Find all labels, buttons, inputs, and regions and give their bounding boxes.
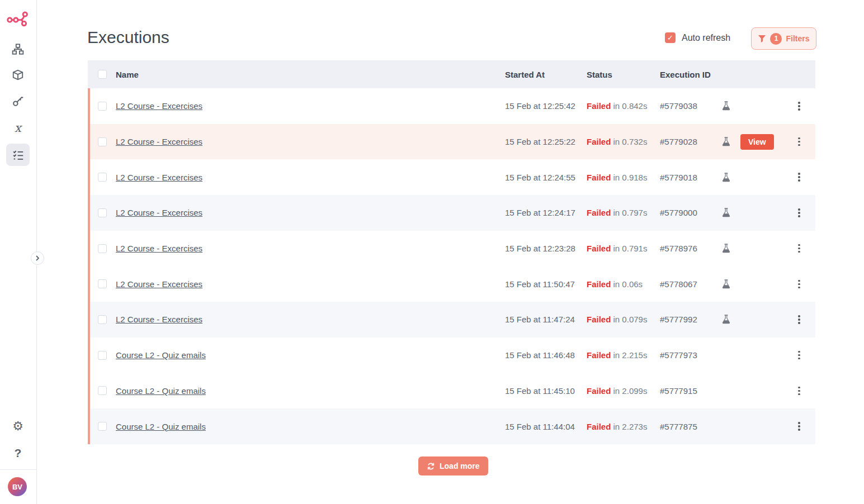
status-text: Failed bbox=[587, 137, 611, 146]
sidebar-item-templates[interactable] bbox=[6, 64, 30, 86]
kebab-menu[interactable] bbox=[792, 205, 806, 221]
table-row[interactable]: Course L2 - Quiz emails 15 Feb at 11:44:… bbox=[88, 408, 815, 444]
table-row[interactable]: Course L2 - Quiz emails 15 Feb at 11:46:… bbox=[88, 337, 815, 373]
sidebar-divider bbox=[0, 469, 37, 470]
table-row[interactable]: L2 Course - Excercises 15 Feb at 12:23:2… bbox=[88, 231, 815, 267]
kebab-menu[interactable] bbox=[792, 311, 806, 328]
table-header-row: Name Started At Status Execution ID bbox=[88, 60, 815, 88]
status-text: Failed bbox=[587, 208, 611, 217]
executions-table: Name Started At Status Execution ID L2 C… bbox=[88, 60, 815, 444]
kebab-menu[interactable] bbox=[792, 134, 806, 150]
row-checkbox[interactable] bbox=[98, 137, 107, 146]
started-at: 15 Feb at 12:25:22 bbox=[505, 137, 575, 146]
row-checkbox[interactable] bbox=[98, 422, 107, 431]
load-more-label: Load more bbox=[440, 462, 480, 470]
execution-name-link[interactable]: L2 Course - Excercises bbox=[116, 208, 202, 217]
status-text: Failed bbox=[587, 315, 611, 324]
started-at: 15 Feb at 12:25:42 bbox=[505, 101, 575, 111]
column-header-execution-id: Execution ID bbox=[654, 70, 717, 79]
n8n-logo bbox=[6, 8, 30, 27]
table-row[interactable]: L2 Course - Excercises 15 Feb at 11:47:2… bbox=[88, 302, 815, 337]
kebab-menu[interactable] bbox=[792, 347, 806, 364]
flask-icon bbox=[722, 101, 730, 111]
execution-id: #5777973 bbox=[660, 350, 697, 360]
flask-icon bbox=[722, 279, 730, 289]
table-row[interactable]: L2 Course - Excercises 15 Feb at 12:24:1… bbox=[88, 195, 815, 231]
table-row[interactable]: L2 Course - Excercises 15 Feb at 11:50:4… bbox=[88, 266, 815, 302]
status-text: Failed bbox=[587, 386, 611, 396]
flask-icon bbox=[722, 315, 730, 324]
sidebar-expand-button[interactable] bbox=[31, 251, 44, 265]
row-checkbox[interactable] bbox=[98, 315, 107, 324]
funnel-icon bbox=[758, 35, 766, 43]
select-all-checkbox[interactable] bbox=[98, 70, 107, 79]
flask-icon bbox=[722, 137, 730, 146]
execution-name-link[interactable]: Course L2 - Quiz emails bbox=[116, 422, 206, 431]
status-text: Failed bbox=[587, 279, 611, 289]
kebab-menu[interactable] bbox=[792, 276, 806, 293]
row-checkbox[interactable] bbox=[98, 351, 107, 360]
execution-name-link[interactable]: L2 Course - Excercises bbox=[116, 279, 202, 289]
execution-id: #5778976 bbox=[660, 244, 697, 253]
table-row[interactable]: L2 Course - Excercises 15 Feb at 12:25:2… bbox=[88, 124, 815, 160]
view-button[interactable]: View bbox=[740, 134, 774, 150]
key-icon bbox=[12, 95, 24, 107]
execution-id: #5777992 bbox=[660, 315, 697, 324]
duration-text: in 0.079s bbox=[613, 315, 648, 324]
kebab-menu[interactable] bbox=[792, 98, 806, 115]
status-text: Failed bbox=[587, 422, 611, 431]
filters-button[interactable]: 1 Filters bbox=[751, 27, 816, 50]
execution-name-link[interactable]: L2 Course - Excercises bbox=[116, 173, 202, 182]
execution-name-link[interactable]: L2 Course - Excercises bbox=[116, 244, 202, 253]
sidebar-item-credentials[interactable] bbox=[6, 90, 30, 112]
row-checkbox[interactable] bbox=[98, 386, 107, 395]
duration-text: in 0.918s bbox=[613, 173, 648, 182]
kebab-menu[interactable] bbox=[792, 240, 806, 257]
table-body: L2 Course - Excercises 15 Feb at 12:25:4… bbox=[88, 88, 815, 444]
kebab-menu[interactable] bbox=[792, 383, 806, 400]
sidebar-item-workflows[interactable] bbox=[6, 38, 30, 60]
started-at: 15 Feb at 12:24:55 bbox=[505, 173, 575, 182]
sitemap-icon bbox=[12, 43, 24, 55]
execution-name-link[interactable]: Course L2 - Quiz emails bbox=[116, 350, 206, 360]
kebab-menu[interactable] bbox=[792, 169, 806, 186]
row-checkbox[interactable] bbox=[98, 279, 107, 288]
kebab-menu[interactable] bbox=[792, 418, 806, 435]
row-checkbox[interactable] bbox=[98, 102, 107, 111]
duration-text: in 2.099s bbox=[613, 386, 648, 396]
row-checkbox[interactable] bbox=[98, 173, 107, 182]
flask-icon bbox=[722, 208, 730, 217]
execution-name-link[interactable]: L2 Course - Excercises bbox=[116, 315, 202, 324]
started-at: 15 Feb at 11:46:48 bbox=[505, 350, 575, 360]
filters-button-label: Filters bbox=[786, 34, 809, 43]
avatar[interactable]: BV bbox=[8, 477, 27, 496]
status-text: Failed bbox=[587, 350, 611, 360]
execution-name-link[interactable]: L2 Course - Excercises bbox=[116, 101, 202, 111]
auto-refresh-toggle[interactable]: ✓ Auto refresh bbox=[665, 32, 730, 43]
duration-text: in 2.273s bbox=[613, 422, 648, 431]
sidebar-item-help[interactable]: ? bbox=[6, 442, 30, 464]
load-more-button[interactable]: Load more bbox=[418, 457, 488, 476]
duration-text: in 0.842s bbox=[613, 101, 648, 111]
help-icon: ? bbox=[15, 446, 22, 460]
row-checkbox[interactable] bbox=[98, 244, 107, 253]
sidebar-item-settings[interactable]: ⚙ bbox=[6, 415, 30, 438]
flask-icon bbox=[722, 244, 730, 253]
sidebar-item-executions[interactable] bbox=[6, 144, 30, 166]
auto-refresh-label: Auto refresh bbox=[682, 33, 730, 43]
execution-name-link[interactable]: Course L2 - Quiz emails bbox=[116, 386, 206, 396]
duration-text: in 0.797s bbox=[613, 208, 648, 217]
execution-name-link[interactable]: L2 Course - Excercises bbox=[116, 137, 202, 146]
row-checkbox[interactable] bbox=[98, 208, 107, 217]
column-header-name: Name bbox=[116, 70, 499, 79]
page-title: Executions bbox=[87, 28, 169, 47]
started-at: 15 Feb at 12:24:17 bbox=[505, 208, 575, 217]
table-row[interactable]: Course L2 - Quiz emails 15 Feb at 11:45:… bbox=[88, 373, 815, 409]
table-row[interactable]: L2 Course - Excercises 15 Feb at 12:25:4… bbox=[88, 88, 815, 124]
auto-refresh-checkbox[interactable]: ✓ bbox=[665, 32, 676, 43]
sidebar-item-variables[interactable]: x bbox=[6, 117, 30, 139]
column-header-status: Status bbox=[581, 70, 654, 79]
refresh-icon bbox=[427, 462, 435, 470]
started-at: 15 Feb at 12:23:28 bbox=[505, 244, 575, 253]
table-row[interactable]: L2 Course - Excercises 15 Feb at 12:24:5… bbox=[88, 159, 815, 195]
